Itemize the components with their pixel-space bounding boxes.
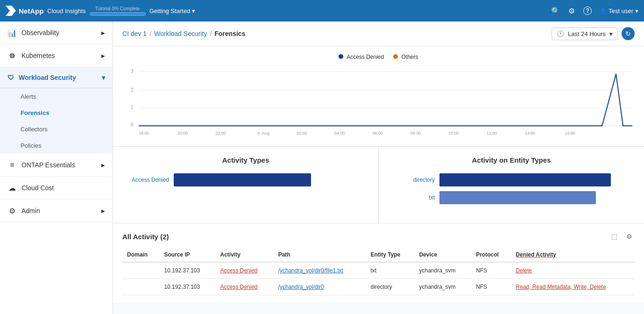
col-entity-type: Entity Type [366,248,414,262]
table-action-icons: ⬚ ⚙ [609,231,635,242]
col-activity: Activity [216,248,274,262]
activity-bar-track [174,173,364,186]
sidebar-label-ontap: ONTAP Essentials [21,161,75,169]
progress-track [90,12,146,16]
chart-container: 3 2 1 0 18:00 20:00 22:00 8. Aug [122,64,635,139]
breadcrumb-ci-dev[interactable]: CI dev 1 [122,30,147,37]
col-protocol: Protocol [471,248,511,262]
denied-activity-link-1[interactable]: Delete [516,267,532,274]
sidebar-item-alerts[interactable]: Alerts [21,88,113,105]
sidebar-item-kubernetes[interactable]: ☸ Kubernetes ▶ [0,44,113,67]
breadcrumb-sep2: / [210,30,212,37]
chevron-right-icon-k8s: ▶ [101,53,105,58]
activity-bar-access-denied: Access Denied [127,173,364,186]
forensics-label: Forensics [21,109,49,116]
sidebar-item-observability[interactable]: 📊 Observability ▶ [0,21,113,44]
col-denied-activity: Denied Activity [511,248,635,262]
search-icon[interactable]: 🔍 [552,7,560,15]
cell-denied-1: Delete [511,262,635,279]
nav-left: NetApp Cloud Insights Tutorial 0% Comple… [6,6,195,16]
denied-activity-link-2[interactable]: Read, Read Metadata, Write, Delete [516,284,606,290]
col-path: Path [274,248,366,262]
cell-source-ip-2: 10.192.37.103 [159,279,215,295]
y-label-0: 0 [131,122,134,127]
activity-entity-panel: Activity on Entity Types directory txt [379,147,644,223]
cell-activity-1: Access Denied [216,262,274,279]
getting-started-label: Getting Started [149,7,190,14]
settings-icon[interactable]: ⚙ [567,7,576,15]
activity-types-title: Activity Types [127,156,364,164]
y-label-1: 1 [131,105,134,110]
table-settings-icon[interactable]: ⚙ [623,231,635,242]
sidebar-item-ontap[interactable]: ≡ ONTAP Essentials ▶ [0,154,113,177]
user-menu[interactable]: 👤 Test user ▾ [599,7,638,14]
entity-label-directory[interactable]: directory [393,177,435,183]
x-label-04: 04:00 [334,131,345,136]
entity-bar-txt: txt [393,191,630,204]
activity-bar-fill [174,173,311,186]
time-controls: 🕐 Last 24 Hours ▾ ↻ [552,27,635,40]
top-navigation: NetApp Cloud Insights Tutorial 0% Comple… [0,0,644,21]
cell-protocol-2: NFS [471,279,511,295]
col-device: Device [414,248,471,262]
path-link-2[interactable]: /ychandra_vol/dir0 [278,284,324,290]
cell-entity-1: txt [366,262,414,279]
ontap-icon: ≡ [7,160,17,170]
all-activity-title: All Activity (2) [122,233,169,241]
admin-icon: ⚙ [7,206,17,215]
table-export-icon[interactable]: ⬚ [609,231,620,242]
help-icon[interactable]: ? [583,7,592,15]
cell-entity-2: directory [366,279,414,295]
access-denied-link-1[interactable]: Access Denied [220,267,258,274]
col-domain: Domain [122,248,159,262]
chevron-right-icon-admin: ▶ [101,208,105,214]
sidebar-item-policies[interactable]: Policies [21,137,113,154]
activity-entity-title: Activity on Entity Types [393,156,630,164]
observability-icon: 📊 [7,28,17,37]
collectors-label: Collectors [21,126,48,133]
entity-bar-directory: directory [393,173,630,186]
tutorial-label: Tutorial 0% Complete [95,6,140,11]
sidebar-label-workload-security: Workload Security [19,74,76,81]
sidebar-label-kubernetes: Kubernetes [21,52,55,59]
y-label-3: 3 [131,69,134,74]
table-row: 10.192.37.103 Access Denied /ychandra_vo… [122,279,635,295]
nav-right: 🔍 ⚙ ? 👤 Test user ▾ [552,7,638,15]
entity-bar-fill-txt [439,191,596,204]
tutorial-bar: Tutorial 0% Complete [90,6,146,16]
activity-types-panel: Activity Types Access Denied [113,147,379,223]
refresh-button[interactable]: ↻ [622,27,635,40]
workload-submenu: Alerts Forensics Collectors Policies [0,88,113,154]
time-series-chart: 3 2 1 0 18:00 20:00 22:00 8. Aug [122,64,635,139]
workload-security-section: 🛡 Workload Security ▾ Alerts Forensics C… [0,67,113,154]
time-selector-dropdown[interactable]: 🕐 Last 24 Hours ▾ [552,28,618,40]
table-body: 10.192.37.103 Access Denied /ychandra_vo… [122,262,635,295]
sidebar: 📊 Observability ▶ ☸ Kubernetes ▶ 🛡 Workl… [0,21,113,314]
x-label-16: 16:00 [565,131,575,136]
alerts-label: Alerts [21,93,36,100]
all-activity-header: All Activity (2) ⬚ ⚙ [122,231,635,242]
cell-path-1: /ychandra_vol/dir0/file1.txt [274,262,366,279]
cell-denied-2: Read, Read Metadata, Write, Delete [511,279,635,295]
path-link-1[interactable]: /ychandra_vol/dir0/file1.txt [278,267,343,274]
breadcrumb-workload[interactable]: Workload Security [154,30,207,37]
main-layout: 📊 Observability ▶ ☸ Kubernetes ▶ 🛡 Workl… [0,21,644,314]
time-selector-chevron: ▾ [609,30,613,37]
col-source-ip: Source IP [159,248,215,262]
sidebar-item-admin[interactable]: ⚙ Admin ▶ [0,200,113,222]
activity-label-access-denied[interactable]: Access Denied [127,177,169,183]
x-label-18: 18:00 [139,131,149,136]
cell-path-2: /ychandra_vol/dir0 [274,279,366,295]
getting-started-button[interactable]: Getting Started ▾ [149,7,195,14]
sidebar-item-cloud-cost[interactable]: ☁ Cloud Cost [0,177,113,200]
y-label-2: 2 [131,87,134,92]
sidebar-item-collectors[interactable]: Collectors [21,121,113,137]
entity-label-txt[interactable]: txt [393,194,435,201]
cloud-cost-icon: ☁ [7,183,17,193]
sidebar-item-forensics[interactable]: Forensics [21,105,113,121]
access-denied-link-2[interactable]: Access Denied [220,284,258,290]
sidebar-item-workload-security[interactable]: 🛡 Workload Security ▾ [0,67,113,88]
chart-line [139,74,632,126]
cell-protocol-1: NFS [471,262,511,279]
entity-bar-fill-dir [439,173,611,186]
